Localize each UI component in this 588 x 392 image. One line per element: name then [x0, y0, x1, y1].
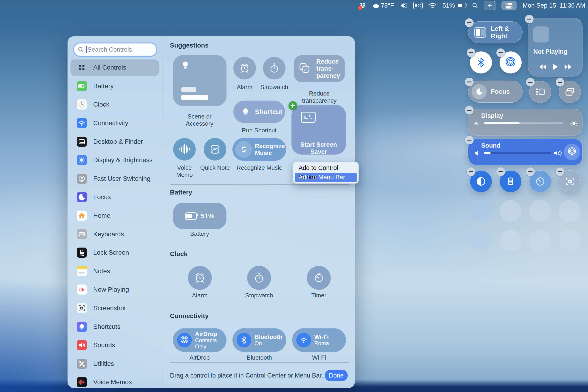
control-center-button[interactable] — [502, 1, 516, 10]
voice-memo-control[interactable] — [173, 138, 196, 160]
sidebar-item-shortcuts[interactable]: Shortcuts — [68, 317, 163, 336]
bluetooth-control[interactable]: Bluetooth On — [232, 328, 286, 352]
connectivity-status: On — [254, 340, 284, 346]
alarm-icon — [194, 272, 206, 284]
sidebar-item-now-playing[interactable]: Now Playing — [68, 280, 163, 299]
airdrop-icon — [505, 57, 516, 68]
now-playing-control[interactable]: Not Playing — [528, 18, 582, 76]
remove-control-badge[interactable] — [526, 78, 535, 86]
control-label: Stopwatch — [256, 84, 292, 91]
remove-control-badge[interactable] — [496, 48, 505, 57]
sound-module[interactable]: Sound — [468, 139, 582, 165]
wifi-menu-item[interactable] — [428, 2, 436, 8]
spotlight-menu-item[interactable] — [472, 2, 478, 8]
remove-control-badge[interactable] — [467, 48, 476, 57]
menu-item-add-to-control-center[interactable]: Add to Control Center — [295, 163, 357, 173]
start-screen-saver-control[interactable]: Start Screen Saver — [292, 105, 346, 154]
sidebar-item-fast-user-switching[interactable]: Fast User Switching — [68, 170, 163, 188]
remove-control-badge[interactable] — [496, 168, 505, 176]
text-caret — [86, 46, 87, 53]
menu-item-add-to-menu-bar[interactable]: Add to Menu Bar — [295, 173, 357, 182]
remove-control-badge[interactable] — [556, 168, 564, 176]
sidebar-item-screenshot[interactable]: Screenshot — [68, 299, 163, 318]
sidebar-item-all-controls[interactable]: All Controls — [68, 58, 163, 77]
timer-icon — [535, 176, 546, 187]
clock-stopwatch-control[interactable] — [247, 266, 271, 290]
airdrop-control[interactable]: AirDrop Contacts Only — [173, 328, 226, 352]
quick-note-control[interactable] — [204, 138, 226, 160]
dropbox-badge: 1 — [358, 6, 362, 10]
screen-saver-icon — [301, 112, 316, 123]
sidebar-item-desktop-finder[interactable]: Desktop & Finder — [68, 132, 163, 151]
wifi-control[interactable]: Wi-Fi Roma — [292, 328, 346, 352]
play-icon[interactable] — [552, 64, 558, 70]
battery-menu-item[interactable]: 51% — [442, 2, 466, 9]
empty-slot — [500, 230, 521, 252]
display-module[interactable]: Display — [468, 109, 582, 136]
fast-forward-icon[interactable] — [564, 64, 573, 70]
remove-control-badge[interactable] — [556, 78, 564, 86]
remove-control-badge[interactable] — [526, 168, 535, 176]
focus-icon — [77, 192, 87, 202]
remove-control-badge[interactable] — [465, 78, 474, 86]
airplay-audio-button[interactable] — [564, 144, 580, 160]
clock-timer-control[interactable] — [307, 266, 331, 290]
reduce-transparency-control[interactable]: Reduce trans- parency — [294, 55, 345, 82]
sidebar-item-home[interactable]: Home — [68, 206, 163, 225]
weather-menu-item[interactable]: 78°F — [372, 2, 394, 9]
drag-hint-text: Drag a control to place it in Control Ce… — [170, 372, 326, 379]
control-label: Scene or Accessory — [181, 113, 218, 127]
notes-icon — [77, 266, 87, 276]
sidebar-item-notes[interactable]: Notes — [68, 262, 163, 280]
stopwatch-control[interactable] — [263, 57, 286, 80]
done-button[interactable]: Done — [325, 370, 348, 381]
remove-control-badge[interactable] — [525, 15, 534, 24]
command-menu-item[interactable]: ⌘ — [413, 2, 422, 9]
search-field[interactable] — [74, 44, 156, 56]
sidebar-item-battery[interactable]: Battery — [68, 77, 163, 96]
left-right-split-control[interactable]: Left & Right — [468, 21, 522, 43]
battery-control[interactable]: 51% — [173, 203, 226, 229]
weather-cloud-icon — [372, 3, 379, 8]
menu-bar-clock[interactable]: Mon Sep 15 11:36 AM — [522, 2, 585, 9]
volume-menu-item[interactable] — [400, 2, 407, 8]
remove-control-badge[interactable] — [467, 168, 476, 176]
dropbox-menu-item[interactable]: 1 — [359, 2, 366, 9]
sidebar-item-focus[interactable]: Focus — [68, 188, 163, 206]
remove-control-badge[interactable] — [465, 106, 474, 114]
focus-control[interactable]: Focus — [468, 80, 522, 103]
album-art-placeholder — [533, 26, 549, 42]
recognize-music-control[interactable]: Recognize Music — [232, 138, 286, 161]
volume-slider[interactable] — [484, 152, 551, 154]
sidebar-item-keyboards[interactable]: Keyboards — [68, 225, 163, 244]
remove-control-badge[interactable] — [465, 136, 474, 144]
search-input[interactable] — [87, 46, 150, 54]
control-label: Timer — [303, 292, 335, 299]
remove-control-badge[interactable] — [465, 18, 474, 27]
sidebar-item-lock-screen[interactable]: Lock Screen — [68, 244, 163, 262]
section-divider — [170, 184, 349, 185]
lightbulb-icon — [180, 61, 190, 71]
alarm-control[interactable] — [233, 57, 256, 80]
transparency-icon — [299, 62, 311, 74]
sidebar-item-clock[interactable]: Clock — [68, 95, 163, 114]
brightness-slider[interactable] — [484, 122, 563, 124]
add-control-button[interactable]: + — [484, 1, 496, 10]
sidebar-item-display-brightness[interactable]: Display & Brightness — [68, 151, 163, 170]
empty-slot — [470, 230, 492, 252]
scene-or-accessory-control[interactable] — [173, 55, 226, 106]
run-shortcut-control[interactable]: Shortcut — [233, 100, 285, 123]
sidebar-item-voice-memos[interactable]: Voice Memos — [68, 373, 163, 392]
airplay-icon — [567, 147, 577, 157]
control-label: Quick Note — [196, 164, 234, 171]
add-green-plus-badge[interactable] — [288, 101, 297, 110]
rewind-icon[interactable] — [538, 64, 547, 70]
control-tile-label: Shortcut — [255, 108, 282, 116]
sidebar-item-utilities[interactable]: Utilities — [68, 354, 163, 373]
home-icon — [77, 210, 87, 221]
clock-alarm-control[interactable] — [188, 266, 212, 290]
sidebar-item-sounds[interactable]: Sounds — [68, 336, 163, 354]
sidebar-item-label: Keyboards — [93, 230, 124, 238]
sidebar-item-connectivity[interactable]: Connectivity — [68, 114, 163, 132]
control-label: Stopwatch — [238, 292, 280, 299]
